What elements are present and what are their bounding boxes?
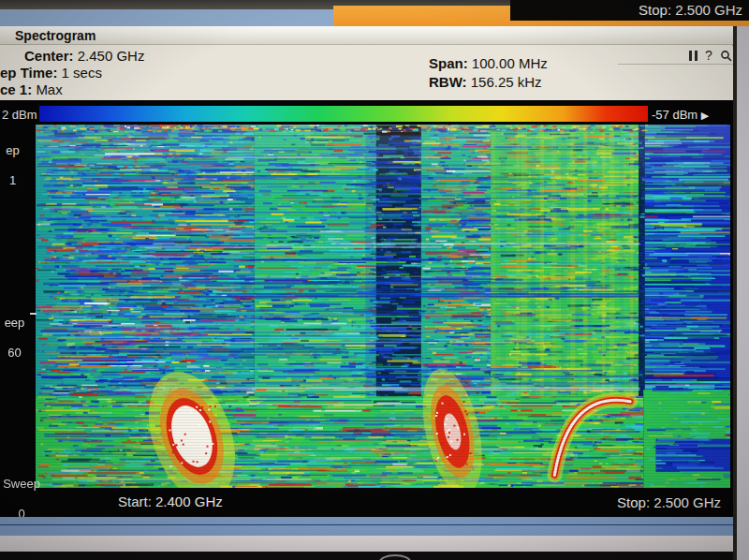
magnifier-icon[interactable] [720, 50, 732, 62]
sweep-tick-bottom-text: Sweep [3, 477, 40, 491]
top-blue-band [0, 9, 337, 26]
sweep-tick-bottom: Sweep 0 [0, 462, 43, 522]
monitor-bezel-bottom [0, 536, 733, 552]
center-label: Center: [24, 48, 74, 64]
colorbar-gradient [39, 106, 648, 122]
sweep-time-value: 1 secs [62, 65, 102, 81]
colorbar-max-text: -57 dBm [652, 108, 698, 122]
colorbar-min-label: 2 dBm [2, 108, 37, 122]
stop-frequency-banner: Stop: 2.500 GHz [510, 0, 749, 21]
sweep-time-readout: ep Time: 1 secs [0, 65, 102, 81]
trace-label: ce 1: [0, 81, 32, 97]
spectrogram-window: Spectrogram Center: 2.450 GHz ep Time: 1… [0, 26, 733, 517]
trace-readout: ce 1: Max [0, 81, 63, 97]
analyzer-screen-photo: Stop: 2.500 GHz Spectrogram Center: 2.45… [0, 0, 749, 560]
sweep-tick-top-text: ep [6, 143, 19, 157]
monitor-frame-right [733, 26, 749, 560]
desktop-blue-band [0, 517, 733, 536]
plot-region: 2 dBm -57 dBm ▶ ep 1 eep 60 Sweep 0 Star… [0, 100, 733, 517]
sweep-tick-top: ep 1 [0, 128, 25, 188]
window-title-bar[interactable]: Spectrogram [0, 26, 733, 45]
window-title: Spectrogram [15, 28, 95, 43]
sweep-time-label: ep Time: [0, 65, 57, 81]
start-frequency-label: Start: 2.400 GHz [118, 494, 223, 509]
rbw-label: RBW: [429, 74, 467, 90]
spectrogram-canvas[interactable] [36, 125, 730, 488]
stop-frequency-label: Stop: 2.500 GHz [524, 494, 727, 510]
colorbar-arrow-icon: ▶ [701, 110, 709, 121]
sweep-tick-top-num: 1 [9, 173, 16, 187]
rbw-readout: RBW: 156.25 kHz [429, 74, 542, 90]
colorbar-max-label: -57 dBm ▶ [652, 108, 709, 122]
help-icon[interactable]: ? [705, 48, 712, 63]
trace-value: Max [36, 81, 62, 97]
monitor-chin [0, 552, 733, 560]
center-value: 2.450 GHz [78, 48, 145, 64]
controls-underline [618, 64, 733, 65]
sweep-tick-mid-text: eep [5, 316, 25, 330]
pause-icon[interactable] [689, 51, 698, 61]
rbw-value: 156.25 kHz [471, 74, 542, 90]
power-button [379, 554, 411, 560]
desktop-band-line [0, 524, 733, 525]
sweep-tick-mid-num: 60 [7, 346, 21, 360]
info-panel: Center: 2.450 GHz ep Time: 1 secs ce 1: … [0, 46, 733, 100]
stop-banner-text: Stop: 2.500 GHz [639, 2, 742, 18]
span-value: 100.00 MHz [472, 55, 548, 71]
span-label: Span: [429, 55, 468, 71]
sweep-tick-mark [30, 313, 37, 315]
span-readout: Span: 100.00 MHz [429, 55, 548, 71]
center-frequency-readout: Center: 2.450 GHz [24, 48, 144, 64]
sweep-tick-mid: eep 60 [0, 301, 29, 361]
